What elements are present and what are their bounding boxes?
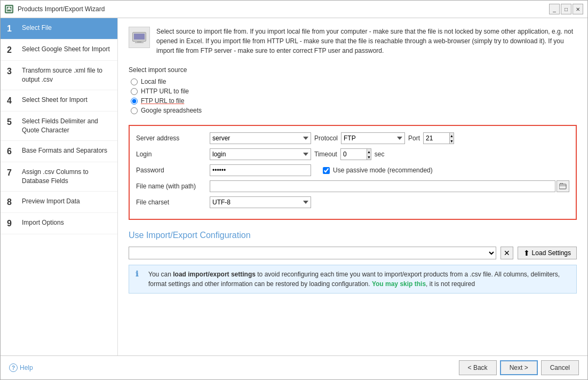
step-label-4: Select Sheet for Import: [22, 96, 88, 105]
port-input[interactable]: [423, 132, 450, 144]
timeout-up-button[interactable]: ▲: [367, 149, 371, 154]
password-group: Use passive mode (recommended): [210, 164, 433, 176]
ftp-fields-box: Server address server Protocol FTP SFTP …: [129, 125, 577, 220]
sec-label: sec: [375, 151, 385, 158]
browse-button[interactable]: [557, 180, 569, 192]
main-panel: Select source to import file from. If yo…: [118, 18, 587, 355]
step-number-3: 3: [7, 66, 18, 76]
window-title: Products Import/Export Wizard: [18, 5, 105, 13]
timeout-spinner-group: ▲ ▼: [340, 148, 371, 160]
sidebar-item-9[interactable]: 9 Import Options: [1, 213, 117, 234]
config-row: ✕ ⬆ Load Settings: [129, 247, 577, 259]
sidebar-item-1[interactable]: 1 Select File: [1, 18, 117, 39]
load-settings-button[interactable]: ⬆ Load Settings: [518, 247, 577, 259]
protocol-select[interactable]: FTP SFTP FTPS: [341, 132, 405, 144]
charset-select[interactable]: UTF-8 UTF-16 ISO-8859-1 Windows-1252: [210, 196, 311, 208]
passive-mode-checkbox[interactable]: [323, 167, 330, 174]
server-address-select[interactable]: server: [210, 132, 311, 144]
svg-rect-4: [137, 41, 141, 42]
svg-rect-6: [559, 184, 566, 189]
sidebar-item-2[interactable]: 2 Select Google Sheet for Import: [1, 39, 117, 61]
radio-ftp-label[interactable]: FTP URL to file: [141, 97, 184, 105]
login-select[interactable]: login: [210, 148, 311, 160]
bottom-bar: ? Help < Back Next > Cancel: [1, 355, 587, 379]
passive-mode-label[interactable]: Use passive mode (recommended): [333, 167, 433, 174]
radio-http-input[interactable]: [131, 88, 138, 95]
computer-icon: [129, 27, 150, 48]
port-down-button[interactable]: ▼: [450, 138, 454, 144]
step-number-2: 2: [7, 45, 18, 55]
step-label-2: Select Google Sheet for Import: [22, 45, 110, 54]
step-number-5: 5: [7, 117, 18, 127]
config-clear-button[interactable]: ✕: [500, 247, 513, 259]
info-text: You can load import/export settings to a…: [148, 270, 570, 289]
window-controls: _ □ ✕: [549, 4, 583, 14]
timeout-input[interactable]: [340, 148, 367, 160]
info-text-bold: load import/export settings: [173, 271, 256, 278]
back-button[interactable]: < Back: [459, 360, 497, 375]
svg-rect-3: [134, 34, 145, 39]
minimize-button[interactable]: _: [549, 4, 560, 14]
radio-local[interactable]: Local file: [131, 78, 577, 85]
radio-http[interactable]: HTTP URL to file: [131, 88, 577, 95]
radio-options: Local file HTTP URL to file FTP URL to f…: [131, 78, 577, 114]
login-label: Login: [136, 151, 205, 158]
step-label-5: Select Fields Delimiter and Quote Charac…: [22, 117, 111, 135]
filename-label: File name (with path): [136, 183, 205, 190]
radio-google-label[interactable]: Google spreadsheets: [141, 107, 202, 114]
config-title: Use Import/Export Configuration: [129, 231, 577, 240]
filename-group: [210, 180, 569, 192]
protocol-label: Protocol: [314, 134, 338, 142]
radio-ftp[interactable]: FTP URL to file: [131, 97, 577, 105]
next-button[interactable]: Next >: [500, 360, 538, 375]
info-text-after: , it is not required: [426, 280, 475, 288]
port-up-button[interactable]: ▲: [450, 133, 454, 138]
sidebar-item-3[interactable]: 3 Transform source .xml file to output .…: [1, 61, 117, 90]
login-row: Login login Timeout ▲ ▼: [136, 148, 569, 160]
sidebar-item-7[interactable]: 7 Assign .csv Columns to Database Fields: [1, 162, 117, 192]
load-icon: ⬆: [523, 249, 530, 257]
filename-row: File name (with path): [136, 180, 569, 192]
radio-google[interactable]: Google spreadsheets: [131, 107, 577, 114]
cancel-button[interactable]: Cancel: [541, 360, 579, 375]
step-number-9: 9: [7, 218, 18, 228]
description-text: Select source to import file from. If yo…: [156, 27, 577, 56]
radio-ftp-input[interactable]: [131, 98, 138, 105]
radio-http-label[interactable]: HTTP URL to file: [141, 88, 189, 95]
password-input[interactable]: [210, 164, 311, 176]
radio-local-label[interactable]: Local file: [141, 78, 166, 85]
import-source-title: Select import source: [129, 66, 577, 74]
description-section: Select source to import file from. If yo…: [129, 27, 577, 56]
passive-mode-row: Use passive mode (recommended): [323, 167, 433, 174]
filename-input[interactable]: [210, 180, 555, 192]
sidebar-item-6[interactable]: 6 Base Formats and Separators: [1, 141, 117, 162]
restore-button[interactable]: □: [561, 4, 571, 14]
app-icon: [5, 5, 13, 13]
help-icon: ?: [9, 363, 18, 372]
step-label-3: Transform source .xml file to output .cs…: [22, 66, 111, 84]
import-source-section: Select import source Local file HTTP URL…: [129, 66, 577, 114]
step-number-1: 1: [7, 23, 18, 34]
password-label: Password: [136, 167, 205, 174]
step-number-8: 8: [7, 197, 18, 207]
timeout-down-button[interactable]: ▼: [367, 154, 371, 160]
config-section: Use Import/Export Configuration ✕ ⬆ Load…: [129, 231, 577, 294]
sidebar-item-5[interactable]: 5 Select Fields Delimiter and Quote Char…: [1, 112, 117, 141]
step-label-6: Base Formats and Separators: [22, 146, 107, 155]
info-text-green: You may skip this: [372, 280, 426, 288]
radio-local-input[interactable]: [131, 78, 138, 85]
password-row: Password Use passive mode (recommended): [136, 164, 569, 176]
help-link[interactable]: ? Help: [9, 363, 33, 372]
config-select[interactable]: [129, 247, 496, 259]
radio-google-input[interactable]: [131, 107, 138, 114]
help-label: Help: [20, 364, 33, 371]
sidebar-item-4[interactable]: 4 Select Sheet for Import: [1, 90, 117, 112]
main-window: Products Import/Export Wizard _ □ ✕ 1 Se…: [0, 0, 588, 380]
sidebar-item-8[interactable]: 8 Preview Import Data: [1, 192, 117, 213]
step-label-7: Assign .csv Columns to Database Fields: [22, 168, 111, 186]
close-button[interactable]: ✕: [573, 4, 583, 14]
step-number-6: 6: [7, 146, 18, 156]
charset-row: File charset UTF-8 UTF-16 ISO-8859-1 Win…: [136, 196, 569, 208]
info-box: ℹ You can load import/export settings to…: [129, 265, 577, 294]
port-spinner: ▲ ▼: [450, 132, 454, 144]
